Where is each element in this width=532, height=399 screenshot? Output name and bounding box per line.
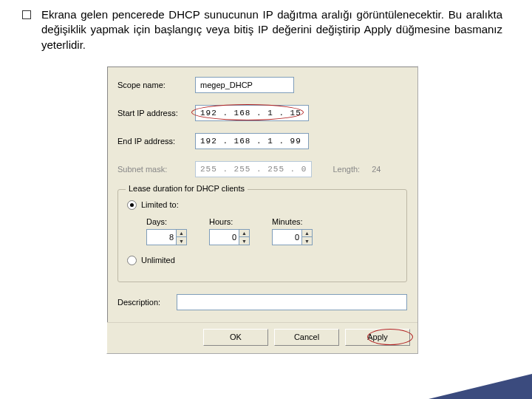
days-input[interactable] [146, 229, 177, 245]
chevron-down-icon[interactable]: ▼ [239, 236, 250, 245]
hours-label: Hours: [209, 217, 233, 226]
chevron-down-icon[interactable]: ▼ [177, 236, 187, 245]
unlimited-label: Unlimited [141, 256, 175, 265]
ok-button[interactable]: OK [203, 329, 268, 346]
limited-to-label: Limited to: [141, 200, 179, 209]
chevron-up-icon[interactable]: ▲ [177, 229, 187, 237]
end-ip-value: 192 . 168 . 1 . 99 [200, 137, 301, 146]
start-ip-value: 192 . 168 . 1 . 15 [200, 109, 301, 117]
ok-button-label: OK [230, 332, 242, 341]
cancel-button-label: Cancel [294, 332, 319, 341]
length-value: 24 [372, 165, 381, 174]
days-label: Days: [146, 217, 167, 226]
subnet-mask-value: 255 . 255 . 255 . 0 [200, 165, 307, 174]
apply-button-label: Apply [367, 332, 388, 341]
end-ip-label: End IP address: [117, 137, 188, 146]
chevron-up-icon[interactable]: ▲ [302, 229, 313, 237]
hours-stepper[interactable]: ▲ ▼ [209, 229, 250, 245]
subnet-mask-label: Subnet mask: [117, 165, 188, 174]
subnet-mask-input: 255 . 255 . 255 . 0 [195, 161, 312, 177]
days-stepper[interactable]: ▲ ▼ [146, 229, 187, 245]
lease-duration-group: Lease duration for DHCP clients Limited … [117, 189, 407, 282]
start-ip-label: Start IP address: [117, 109, 188, 117]
scope-name-input[interactable]: megep_DHCP [195, 77, 294, 93]
decorative-corner [429, 374, 532, 399]
minutes-stepper[interactable]: ▲ ▼ [272, 229, 313, 245]
end-ip-input[interactable]: 192 . 168 . 1 . 99 [195, 133, 309, 149]
lease-duration-legend: Lease duration for DHCP clients [126, 184, 248, 193]
cancel-button[interactable]: Cancel [274, 329, 339, 346]
limited-to-radio[interactable]: Limited to: [127, 200, 398, 210]
minutes-label: Minutes: [272, 217, 303, 226]
apply-button[interactable]: Apply [345, 329, 410, 346]
description-label: Description: [117, 298, 169, 307]
chevron-up-icon[interactable]: ▲ [239, 229, 250, 237]
intro-text: Ekrana gelen pencerede DHCP sunucunun IP… [41, 7, 502, 52]
description-input[interactable] [177, 294, 407, 310]
hours-input[interactable] [209, 229, 239, 245]
dhcp-scope-dialog: Scope name: megep_DHCP Start IP address:… [106, 66, 418, 354]
chevron-down-icon[interactable]: ▼ [302, 236, 313, 245]
scope-name-label: Scope name: [117, 81, 188, 89]
radio-icon [127, 200, 137, 210]
list-bullet [22, 10, 31, 19]
start-ip-input[interactable]: 192 . 168 . 1 . 15 [195, 105, 309, 121]
unlimited-radio[interactable]: Unlimited [127, 256, 398, 265]
radio-icon [127, 256, 137, 265]
length-label: Length: [332, 165, 360, 174]
minutes-input[interactable] [272, 229, 302, 245]
scope-name-value: megep_DHCP [200, 81, 253, 89]
